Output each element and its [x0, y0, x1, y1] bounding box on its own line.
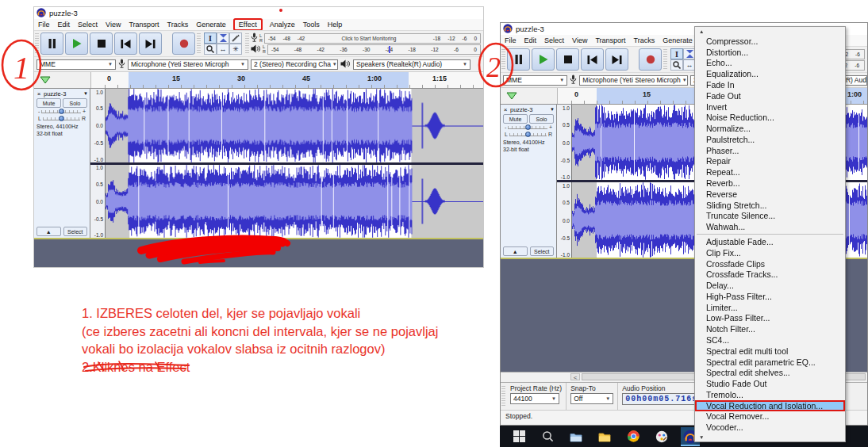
chrome-taskbar-icon[interactable]: [624, 427, 643, 446]
effect-menu-item[interactable]: SC4...: [695, 334, 845, 346]
effect-menu-item[interactable]: Fade Out: [695, 90, 845, 101]
toolbar-grabber[interactable]: [663, 49, 667, 70]
stop-button[interactable]: [90, 32, 113, 55]
snap-to-dropdown[interactable]: Off▼: [570, 393, 613, 404]
waveform-canvas[interactable]: [106, 89, 484, 162]
play-button[interactable]: [532, 48, 555, 71]
toolbar-grabber[interactable]: [245, 33, 249, 54]
effect-menu-item[interactable]: Limiter...: [695, 302, 845, 313]
selection-tool[interactable]: I: [670, 48, 683, 59]
menubar-item-tools[interactable]: Tools: [299, 20, 324, 29]
effect-menu-item[interactable]: Equalization...: [695, 68, 845, 79]
effect-menu-item[interactable]: Wahwah...: [695, 221, 845, 232]
selection-tool[interactable]: I: [204, 32, 217, 44]
menubar-item-select[interactable]: Select: [540, 36, 568, 45]
effect-menu-item[interactable]: Repair: [695, 156, 845, 167]
record-button[interactable]: [172, 32, 195, 55]
effect-menu-item[interactable]: Clip Fix...: [695, 247, 845, 258]
draw-tool[interactable]: [229, 32, 242, 44]
vertical-ruler[interactable]: 1.00.50.0-0.5-1.0: [557, 182, 572, 258]
recording-device-dropdown[interactable]: Microphone (Yeti Stereo Microph▼: [579, 75, 688, 86]
effect-menu-item[interactable]: Delay...: [695, 280, 845, 291]
solo-button[interactable]: Solo: [63, 98, 87, 108]
vertical-ruler[interactable]: 1.00.50.0-0.5-1.0: [90, 165, 106, 239]
menubar-item-effect[interactable]: Effect: [235, 20, 261, 29]
multi-tool[interactable]: ✳: [229, 44, 242, 55]
menubar-item-view[interactable]: View: [568, 36, 591, 45]
menu-scroll-down[interactable]: ▼: [695, 433, 845, 441]
track-name[interactable]: puzzle-3: [510, 106, 548, 113]
effect-menu-item[interactable]: Spectral edit shelves...: [695, 367, 845, 378]
skip-to-start-button[interactable]: [114, 32, 137, 55]
zoom-tool[interactable]: [670, 59, 683, 71]
menubar-item-select[interactable]: Select: [74, 20, 102, 29]
menubar-item-help[interactable]: Help: [324, 20, 347, 29]
menubar-item-transport[interactable]: Transport: [591, 36, 629, 45]
stop-button[interactable]: [556, 48, 579, 71]
record-button[interactable]: [639, 48, 662, 71]
audio-position-display[interactable]: 00h00m05.716s▼: [622, 393, 705, 405]
menubar-item-view[interactable]: View: [102, 20, 125, 29]
skip-to-end-button[interactable]: [605, 48, 628, 71]
audio-host-dropdown[interactable]: MME▼: [503, 75, 567, 86]
effect-menu-item[interactable]: Studio Fade Out: [695, 378, 845, 389]
mute-button[interactable]: Mute: [503, 114, 528, 124]
track-name[interactable]: puzzle-3: [44, 90, 82, 97]
effect-menu-item[interactable]: Vocal Remover...: [695, 411, 845, 422]
effect-menu-item[interactable]: Normalize...: [695, 123, 845, 134]
effect-menu-item[interactable]: Reverb...: [695, 178, 845, 189]
effect-menu-item[interactable]: Tremolo...: [695, 389, 845, 400]
effect-menu-item-highlighted[interactable]: Vocal Reduction and Isolation...: [695, 400, 845, 411]
meter-message[interactable]: Click to Start Monitoring: [305, 36, 433, 41]
effect-menu-item[interactable]: Phaser...: [695, 145, 845, 156]
recording-meter[interactable]: LR -54-48-42 Click to Start Monitoring -…: [251, 33, 481, 44]
waveform-canvas[interactable]: [106, 165, 484, 239]
effect-menu-item[interactable]: Vocoder...: [695, 422, 845, 433]
effect-menu-item[interactable]: Compressor...: [695, 36, 845, 47]
menubar-item-tracks[interactable]: Tracks: [163, 20, 193, 29]
menu-scroll-up[interactable]: ▲: [695, 27, 845, 36]
envelope-tool[interactable]: [217, 32, 229, 44]
effect-menu-item[interactable]: High-Pass Filter...: [695, 291, 845, 302]
effect-menu-item[interactable]: Distortion...: [695, 47, 845, 58]
effect-menu-item[interactable]: Spectral edit multi tool: [695, 346, 845, 357]
effect-menu-item[interactable]: Truncate Silence...: [695, 211, 845, 222]
project-rate-dropdown[interactable]: 44100▼: [510, 393, 559, 404]
vertical-ruler[interactable]: 1.00.50.0-0.5-1.0: [557, 105, 572, 180]
timeline-pin-icon[interactable]: [506, 92, 517, 100]
effect-menu-item[interactable]: Spectral edit parametric EQ...: [695, 357, 845, 368]
track-close-button[interactable]: ×: [36, 90, 42, 97]
skip-to-start-button[interactable]: [581, 48, 604, 71]
effect-menu-item[interactable]: Reverse: [695, 189, 845, 200]
time-shift-tool[interactable]: ↔: [217, 44, 229, 55]
effect-menu-item[interactable]: Invert: [695, 101, 845, 113]
pan-slider[interactable]: [43, 117, 80, 120]
menubar-item-generate[interactable]: Generate: [192, 20, 230, 29]
select-track-button[interactable]: Select: [530, 246, 555, 256]
search-taskbar-icon[interactable]: [538, 427, 557, 446]
skip-to-end-button[interactable]: [139, 32, 162, 55]
menubar-item-generate[interactable]: Generate: [659, 36, 697, 45]
effect-menu-item[interactable]: Crossfade Tracks...: [695, 269, 845, 280]
menubar-item-analyze[interactable]: Analyze: [266, 20, 299, 29]
gain-slider[interactable]: [41, 110, 81, 113]
menubar-item-transport[interactable]: Transport: [125, 20, 163, 29]
pause-button[interactable]: [40, 32, 63, 55]
folder-taskbar-icon[interactable]: [595, 427, 614, 446]
collapse-track-button[interactable]: ▲: [503, 246, 528, 256]
pan-slider[interactable]: [509, 133, 547, 136]
toolbar-grabber[interactable]: [501, 49, 505, 70]
recording-device-dropdown[interactable]: Microphone (Yeti Stereo Microph▼: [128, 59, 248, 70]
effect-menu-item[interactable]: Repeat...: [695, 166, 845, 178]
menubar-item-edit[interactable]: Edit: [520, 36, 541, 45]
paint-3d-taskbar-icon[interactable]: [652, 427, 671, 446]
scroll-left-arrow[interactable]: <: [570, 373, 580, 380]
recording-channels-dropdown[interactable]: 2 (Stereo) Recording Cha▼: [251, 59, 338, 70]
timeline-ruler[interactable]: 01530451:001:15: [34, 71, 483, 89]
toolbar-grabber[interactable]: [35, 33, 39, 54]
effect-menu-item[interactable]: Low-Pass Filter...: [695, 313, 845, 324]
menubar-item-tracks[interactable]: Tracks: [630, 36, 659, 45]
track-menu-caret[interactable]: ▼: [550, 107, 555, 112]
mute-button[interactable]: Mute: [36, 98, 61, 108]
timeline-pin-icon[interactable]: [40, 76, 51, 84]
